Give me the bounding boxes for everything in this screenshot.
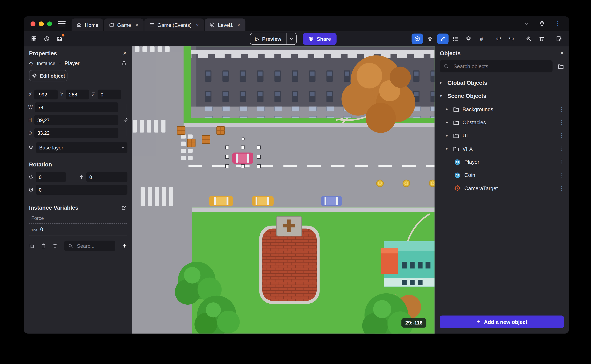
tab-close-icon[interactable]: × xyxy=(135,22,139,28)
grid-icon[interactable]: # xyxy=(476,33,487,44)
redo-icon[interactable]: ↪ xyxy=(506,33,517,44)
share-button[interactable]: Share xyxy=(303,33,337,45)
variables-search[interactable] xyxy=(64,240,115,251)
x-input[interactable] xyxy=(34,90,58,99)
folder-obstacles[interactable]: ▸ Obstacles ⋮ xyxy=(435,116,569,129)
car-yellow-1[interactable] xyxy=(209,196,233,206)
scene-canvas[interactable]: 29;-116 xyxy=(132,46,435,333)
objects-search-input[interactable] xyxy=(453,63,549,70)
kebab-menu-icon[interactable]: ⋮ xyxy=(559,132,565,139)
object-cameratarget[interactable]: CameraTarget ⋮ xyxy=(435,182,569,195)
rotate-z-icon xyxy=(28,187,33,192)
variable-name[interactable]: Force xyxy=(29,214,127,224)
rotation-x-input[interactable] xyxy=(36,172,66,182)
z-input[interactable] xyxy=(98,90,121,99)
y-input[interactable] xyxy=(66,90,89,99)
delete-icon[interactable] xyxy=(536,33,547,44)
kebab-menu-icon[interactable]: ⋮ xyxy=(555,21,561,27)
layer-dropdown[interactable]: Base layer ▾ xyxy=(36,142,127,153)
selected-player-instance[interactable] xyxy=(232,153,253,164)
main-menu-icon[interactable] xyxy=(58,21,66,26)
properties-panel: Properties × ◇ Instance - Player xyxy=(24,46,132,333)
variables-search-input[interactable] xyxy=(76,243,108,249)
tab-label: Game (Events) xyxy=(157,22,192,28)
tab-game-events[interactable]: Game (Events) × xyxy=(144,19,204,31)
folder-ui[interactable]: ▸ UI ⋮ xyxy=(435,129,569,142)
kebab-menu-icon[interactable]: ⋮ xyxy=(559,119,565,125)
depth-input[interactable] xyxy=(34,128,118,138)
folder-label: Obstacles xyxy=(463,119,486,125)
car-yellow-2[interactable] xyxy=(252,196,274,206)
chevron-down-icon[interactable] xyxy=(523,21,529,27)
kebab-menu-icon[interactable]: ⋮ xyxy=(559,185,565,191)
link-icon[interactable] xyxy=(123,116,128,124)
history-icon[interactable] xyxy=(41,33,52,44)
tab-label: Home xyxy=(85,22,98,28)
save-icon[interactable] xyxy=(54,33,65,44)
add-folder-icon[interactable] xyxy=(558,63,564,69)
main-toolbar: ▷ Preview Share xyxy=(24,31,569,46)
group-label: Global Objects xyxy=(447,79,487,86)
car-blue[interactable] xyxy=(321,196,342,206)
extensions-puzzle-icon[interactable] xyxy=(539,21,545,27)
edit-mode-pencil-icon[interactable] xyxy=(437,33,449,44)
preview-button[interactable]: ▷ Preview xyxy=(250,33,297,45)
scene-render[interactable] xyxy=(132,46,435,333)
close-icon[interactable]: × xyxy=(123,50,127,57)
instances-list-icon[interactable] xyxy=(450,33,461,44)
group-scene-objects[interactable]: ▾ Scene Objects xyxy=(435,89,569,102)
tab-bar: Home Game × Game (Events) × xyxy=(72,16,245,31)
tab-label: Level1 xyxy=(218,22,233,28)
folder-icon xyxy=(453,146,459,151)
titlebar[interactable]: Home Game × Game (Events) × xyxy=(24,16,569,31)
paste-icon[interactable] xyxy=(41,243,46,248)
open-external-icon[interactable] xyxy=(121,205,127,210)
zoom-icon[interactable] xyxy=(523,33,534,44)
titlebar-right: ⋮ xyxy=(523,16,569,31)
edit-properties-icon[interactable] xyxy=(553,33,564,44)
maximize-window-button[interactable] xyxy=(47,21,52,26)
close-icon[interactable]: × xyxy=(560,50,564,57)
tab-home[interactable]: Home xyxy=(72,19,103,31)
objects-cluster-icon[interactable] xyxy=(424,33,436,44)
kebab-menu-icon[interactable]: ⋮ xyxy=(559,172,565,178)
tab-close-icon[interactable]: × xyxy=(237,22,240,28)
object-player[interactable]: Player ⋮ xyxy=(435,155,569,168)
cursor-coordinates-badge: 29;-116 xyxy=(401,318,426,328)
group-global-objects[interactable]: ▸ Global Objects xyxy=(435,76,569,89)
screen: Home Game × Game (Events) × xyxy=(0,0,591,364)
globe-icon xyxy=(308,36,314,42)
undo-icon[interactable]: ↩ xyxy=(493,33,504,44)
variable-row[interactable]: 123 0 xyxy=(29,224,127,235)
rotate-x-icon xyxy=(28,175,33,180)
add-variable-icon[interactable]: + xyxy=(123,242,127,250)
close-window-button[interactable] xyxy=(31,21,35,26)
object-coin[interactable]: Coin ⋮ xyxy=(435,168,569,181)
project-manager-icon[interactable] xyxy=(28,33,40,44)
kebab-menu-icon[interactable]: ⋮ xyxy=(559,145,565,152)
tab-game[interactable]: Game × xyxy=(104,19,143,31)
rotation-y-input[interactable] xyxy=(86,172,127,182)
tab-close-icon[interactable]: × xyxy=(196,22,199,28)
add-new-object-button[interactable]: + Add a new object xyxy=(440,315,564,328)
copy-icon[interactable] xyxy=(29,243,34,248)
object-label: Coin xyxy=(464,172,475,178)
edit-object-button[interactable]: Edit object xyxy=(29,70,68,81)
object-label: CameraTarget xyxy=(464,185,498,191)
width-input[interactable] xyxy=(35,102,119,112)
objects-search[interactable] xyxy=(440,60,552,72)
delete-variable-icon[interactable] xyxy=(53,243,58,248)
rotation-z-input[interactable] xyxy=(36,185,127,195)
layers-icon[interactable] xyxy=(463,33,474,44)
kebab-menu-icon[interactable]: ⋮ xyxy=(559,106,565,112)
folder-vfx[interactable]: ▸ VFX ⋮ xyxy=(435,142,569,155)
preview-options-dropdown[interactable] xyxy=(286,33,297,45)
lock-icon[interactable] xyxy=(121,61,127,66)
kebab-menu-icon[interactable]: ⋮ xyxy=(559,158,565,165)
variable-value[interactable]: 0 xyxy=(40,226,43,232)
height-input[interactable] xyxy=(34,115,118,125)
folder-backgrounds[interactable]: ▸ Backgrounds ⋮ xyxy=(435,102,569,116)
view-3d-cube-icon[interactable] xyxy=(412,33,423,44)
tab-level1[interactable]: Level1 × xyxy=(205,19,245,31)
minimize-window-button[interactable] xyxy=(39,21,44,26)
